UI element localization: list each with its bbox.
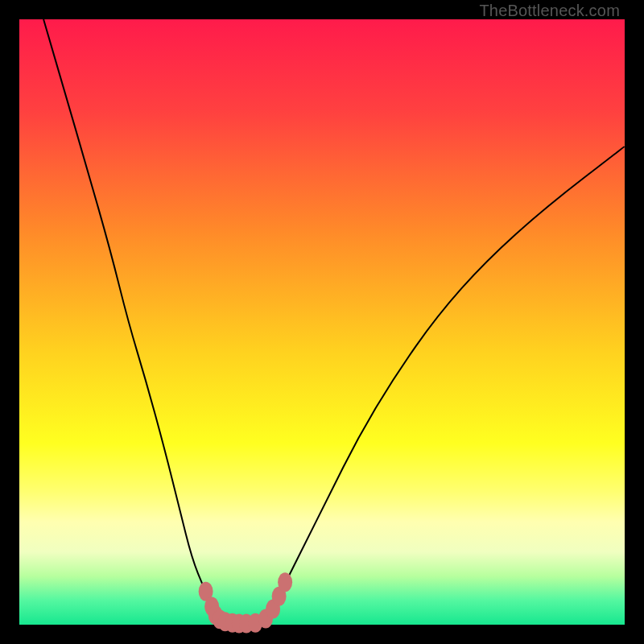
right-curve — [262, 147, 625, 625]
left-curve — [43, 19, 225, 625]
markers-group — [199, 572, 293, 633]
chart-frame: TheBottleneck.com — [0, 0, 644, 644]
watermark-text: TheBottleneck.com — [479, 2, 620, 20]
marker-point — [278, 572, 292, 592]
curves-layer — [19, 19, 625, 625]
